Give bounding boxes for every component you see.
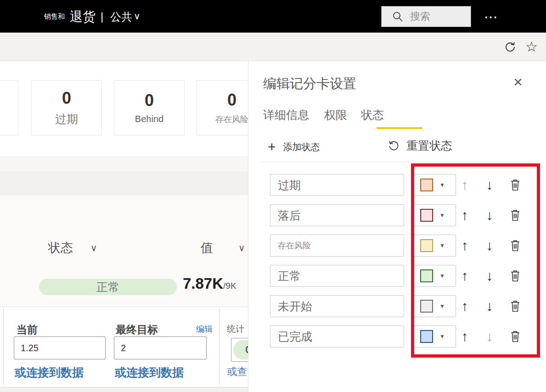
more-options-button[interactable]: ⋯ [481, 8, 501, 25]
goal-value-number: 7.87K [183, 275, 223, 292]
refresh-button[interactable] [504, 40, 517, 55]
current-label: 当前 [17, 323, 38, 337]
title-separator: | [101, 10, 103, 23]
delete-status-button[interactable] [506, 235, 524, 257]
status-color-dropdown[interactable]: ▼ [414, 204, 456, 226]
divider [0, 307, 248, 307]
tab-permissions[interactable]: 权限 [324, 107, 347, 123]
card-value: 0 [62, 89, 71, 107]
app-label: 销售和 [44, 12, 65, 21]
divider [0, 157, 248, 157]
status-color-dropdown[interactable]: ▼ [414, 265, 456, 287]
trash-icon [510, 300, 521, 312]
status-row: ▼ ↑ ↓ [270, 265, 527, 287]
goal-value: 7.87K /9K [183, 275, 248, 292]
top-app-bar: 销售和 退货 | 公共 ∨ ⋯ [0, 0, 546, 33]
bottom-strip [0, 387, 248, 392]
divider [260, 162, 410, 162]
close-icon[interactable]: × [511, 73, 525, 90]
status-name-input[interactable] [270, 295, 404, 317]
add-status-button[interactable]: + 添加状态 [268, 139, 320, 155]
status-name-input[interactable] [270, 265, 404, 287]
summary-card-overdue[interactable]: 0 过期 [31, 80, 102, 135]
move-up-button[interactable]: ↑ [456, 204, 474, 226]
search-box[interactable] [381, 6, 471, 27]
tab-details[interactable]: 详细信息 [263, 107, 309, 123]
move-down-button[interactable]: ↓ [480, 235, 499, 257]
caret-down-icon: ▼ [439, 242, 445, 249]
reset-icon [387, 140, 400, 152]
summary-card-partial[interactable] [0, 80, 18, 135]
status-row: ▼ ↑ ↓ [270, 204, 527, 226]
delete-status-button[interactable] [506, 265, 524, 287]
screen: 销售和 退货 | 公共 ∨ ⋯ ☆ 0 过期 0 Behind [0, 0, 546, 392]
status-row: ▼ ↑ ↓ [270, 174, 527, 196]
connect-data-link-target[interactable]: 或连接到数据 [115, 365, 184, 380]
card-value: 0 [145, 91, 154, 110]
stats-label: 统计 [227, 323, 244, 335]
move-down-button[interactable]: ↓ [480, 325, 499, 347]
caret-down-icon: ▼ [439, 182, 445, 188]
tab-status[interactable]: 状态 [361, 107, 384, 123]
workspace-selector[interactable]: 公共 [110, 10, 132, 24]
color-swatch [420, 300, 433, 313]
goal-value-target: /9K [223, 281, 236, 291]
status-pill[interactable]: 正常 [39, 279, 177, 295]
move-down-button[interactable]: ↓ [480, 204, 499, 226]
delete-status-button[interactable] [506, 204, 524, 226]
status-column-header[interactable]: 状态 [48, 240, 73, 256]
status-name-input[interactable] [270, 325, 404, 347]
summary-card-at-risk[interactable]: 0 存在风险 [197, 80, 248, 135]
search-input[interactable] [409, 10, 466, 23]
stats-box[interactable]: C [231, 338, 248, 362]
caret-down-icon: ▼ [439, 333, 445, 340]
secondary-toolbar [0, 33, 546, 61]
favorite-star-button[interactable]: ☆ [525, 39, 538, 55]
status-name-input[interactable] [270, 204, 404, 226]
move-up-button[interactable]: ↑ [456, 325, 474, 347]
caret-down-icon: ▼ [439, 212, 445, 218]
delete-status-button[interactable] [506, 295, 524, 317]
status-row: ▼ ↑ ↓ [270, 295, 527, 317]
color-swatch [420, 269, 433, 282]
status-color-dropdown[interactable]: ▼ [414, 174, 456, 196]
status-name-input[interactable] [270, 174, 404, 196]
panel-title: 编辑记分卡设置 [263, 75, 356, 93]
move-up-button[interactable]: ↑ [456, 235, 474, 257]
final-target-input[interactable] [114, 336, 207, 359]
connect-data-link-current[interactable]: 或连接到数据 [15, 365, 84, 380]
reset-status-button[interactable]: 重置状态 [387, 138, 452, 153]
edit-link[interactable]: 编辑 [196, 324, 213, 335]
chevron-down-icon[interactable]: ∨ [90, 242, 97, 253]
chevron-down-icon[interactable]: ∨ [238, 242, 245, 253]
table-band [0, 171, 248, 195]
delete-status-button[interactable] [506, 325, 524, 347]
current-value-input[interactable] [14, 336, 106, 359]
move-down-button[interactable]: ↓ [480, 174, 499, 196]
add-status-label: 添加状态 [283, 141, 320, 153]
move-down-button[interactable]: ↓ [480, 295, 499, 317]
status-name-input[interactable] [270, 235, 404, 257]
chevron-down-icon[interactable]: ∨ [134, 11, 141, 22]
value-column-header[interactable]: 值 [201, 240, 213, 256]
table-band [0, 157, 248, 171]
stats-pill: C [233, 340, 248, 359]
caret-down-icon: ▼ [439, 273, 445, 279]
summary-card-behind[interactable]: 0 Behind [114, 80, 185, 135]
move-up-button[interactable]: ↑ [456, 295, 474, 317]
move-up-button[interactable]: ↑ [456, 265, 474, 287]
status-color-dropdown[interactable]: ▼ [414, 325, 456, 347]
form-divider [219, 308, 220, 385]
stats-link[interactable]: 或查 [227, 365, 247, 379]
move-up-button[interactable]: ↑ [456, 174, 474, 196]
status-row: ▼ ↑ ↓ [270, 325, 527, 347]
plus-icon: + [268, 139, 276, 155]
move-down-button[interactable]: ↓ [480, 265, 499, 287]
status-color-dropdown[interactable]: ▼ [414, 295, 456, 317]
delete-status-button[interactable] [506, 174, 524, 196]
status-row: ▼ ↑ ↓ [270, 235, 527, 257]
status-color-dropdown[interactable]: ▼ [414, 235, 456, 257]
trash-icon [510, 240, 521, 252]
page-title: 退货 [70, 8, 96, 26]
status-pill-label: 正常 [96, 280, 119, 295]
